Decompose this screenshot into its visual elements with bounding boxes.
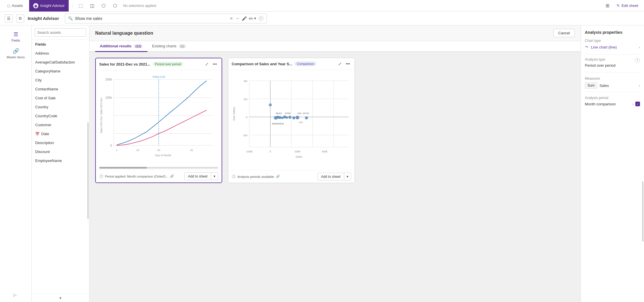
add-to-sheet-main-2[interactable]: Add to sheet (318, 173, 344, 180)
sidebar-collapse-btn[interactable]: |← (11, 290, 20, 300)
svg-text:200k: 200k (295, 150, 301, 153)
tab-assets[interactable]: □ Assets (3, 0, 27, 12)
svg-point-45 (289, 116, 291, 119)
chart-card-2-header: Comparison of Sales and Year S... Compar… (228, 58, 355, 70)
field-address[interactable]: Address (32, 49, 89, 58)
svg-text:60528: 60528 (278, 122, 284, 125)
period-label: Month comparison (585, 102, 631, 106)
lang-selector[interactable]: en ▾ (249, 16, 256, 20)
assets-label: Assets (12, 3, 23, 8)
chart-1-more-btn[interactable]: ••• (211, 61, 218, 67)
field-city[interactable]: City (32, 76, 89, 85)
separator (72, 3, 72, 9)
cancel-btn[interactable]: Cancel (553, 29, 575, 37)
description-label: Description (35, 141, 54, 145)
svg-text:97403: 97403 (285, 112, 291, 115)
add-to-sheet-main-1[interactable]: Add to sheet (185, 173, 211, 180)
scroll-down-indicator[interactable]: ▼ (32, 294, 89, 302)
panel-toggle-2[interactable]: ⧉ (16, 14, 24, 23)
selection-icon-1[interactable]: ⬚ (76, 1, 85, 10)
svg-text:Today (19): Today (19) (152, 75, 165, 78)
sidebar-item-fields[interactable]: ☰ Fields (3, 29, 29, 44)
line-chart-icon: 〜 (585, 44, 589, 50)
svg-text:-2M: -2M (243, 134, 247, 137)
chart-2-actions: ⤢ ••• (337, 61, 351, 67)
analysis-type-help-btn[interactable]: ? (635, 58, 640, 63)
field-contact-name[interactable]: ContactName (32, 85, 89, 94)
svg-text:100k: 100k (105, 96, 112, 99)
svg-text:1: 1 (116, 149, 117, 152)
svg-text:200k: 200k (105, 78, 112, 81)
panel-toggle-1[interactable]: ☰ (5, 14, 13, 23)
search-icon: 🔍 (68, 16, 73, 20)
svg-point-48 (305, 116, 308, 119)
selection-icon-3[interactable]: ⬡ (99, 1, 108, 10)
clock-icon-2: 🕐 (232, 175, 236, 178)
measures-chevron[interactable]: › (639, 83, 640, 88)
chart-2-more-btn[interactable]: ••• (345, 61, 351, 67)
arrow-right-btn[interactable]: → (235, 16, 239, 21)
svg-point-44 (286, 116, 288, 119)
customer-label: Customer (35, 123, 51, 127)
analysis-type-section: Analysis type ? Period over period (585, 57, 640, 68)
field-date[interactable]: 📅 Date (32, 129, 89, 138)
second-bar: ☰ ⧉ Insight Advisor 🔍 ✕ → 🎤 en ▾ ⓘ (0, 12, 644, 25)
svg-text:Sales: Sales (295, 155, 302, 158)
field-employee-name[interactable]: EmployeeName (32, 156, 89, 165)
info-icon[interactable]: ⓘ (259, 16, 264, 21)
chart-type-section: Chart type 〜 Line chart (line) › (585, 39, 640, 50)
right-panel-scrollbar (642, 181, 643, 242)
country-code-label: CountryCode (35, 114, 57, 118)
sidebar-item-fields-label: Fields (12, 39, 20, 42)
field-country-code[interactable]: CountryCode (32, 111, 89, 120)
main-layout: ☰ Fields 🔗 Master items |← Fields Addres… (0, 25, 644, 302)
tab-existing-charts[interactable]: Existing charts (1) (147, 41, 191, 52)
tab-additional-results[interactable]: Additional results (12) (95, 41, 147, 52)
svg-text:2M: 2M (244, 98, 247, 101)
edit-sheet-btn[interactable]: ✎ Edit sheet (614, 2, 641, 9)
add-to-sheet-dropdown-2[interactable]: ▾ (344, 173, 351, 180)
analysis-type-section-title: Analysis type (585, 57, 605, 61)
sidebar-item-master-items-label: Master items (7, 55, 25, 59)
chart-1-expand-btn[interactable]: ⤢ (204, 61, 210, 67)
search-assets-input[interactable] (35, 28, 86, 37)
selection-icon-4[interactable]: ⬡ (111, 1, 120, 10)
svg-text:LU1: LU1 (299, 121, 303, 124)
field-discount[interactable]: Discount (32, 147, 89, 156)
grid-view-btn[interactable]: ⊞ (603, 1, 612, 10)
chart-2-body: 4M 2M 0 -2M -200k 0 200k 400k Year Salar… (228, 70, 355, 170)
field-description[interactable]: Description (32, 138, 89, 147)
measures-field-value: Sales (600, 83, 609, 88)
cost-of-sale-label: Cost of Sale (35, 96, 56, 100)
svg-text:10: 10 (136, 149, 139, 152)
tab-insight-advisor[interactable]: ◉ Insight Advisor (29, 0, 69, 12)
field-average-call[interactable]: AverageCallSatisfaction (32, 58, 89, 67)
date-calendar-icon: 📅 (35, 132, 40, 136)
edit-icon: ✎ (617, 3, 620, 8)
field-customer[interactable]: Customer (32, 120, 89, 129)
average-call-label: AverageCallSatisfaction (35, 60, 75, 64)
add-to-sheet-dropdown-1[interactable]: ▾ (211, 173, 218, 180)
search-input[interactable] (75, 16, 230, 21)
selection-icon-2[interactable]: ◫ (87, 1, 97, 10)
svg-text:D18: D18 (297, 112, 301, 115)
svg-text:31: 31 (190, 149, 193, 152)
measures-row: Sum Sales › (585, 82, 640, 89)
chart-type-row[interactable]: 〜 Line chart (line) › (585, 44, 640, 50)
field-cost-of-sale[interactable]: Cost of Sale (32, 94, 89, 102)
chart-card-1: Sales for 2021-Dec vs 2021... Period ove… (95, 58, 222, 183)
mic-icon[interactable]: 🎤 (242, 16, 247, 21)
field-country[interactable]: Country (32, 102, 89, 111)
svg-text:-200k: -200k (246, 150, 253, 153)
period-chevron[interactable]: › (632, 102, 634, 106)
clear-search-btn[interactable]: ✕ (230, 16, 233, 21)
period-checkbox[interactable]: ✓ (635, 102, 640, 106)
category-name-label: CategoryName (35, 69, 60, 73)
chart-2-expand-btn[interactable]: ⤢ (337, 61, 343, 67)
chart-1-footer: 🕐 Period applied: Month comparison (Orde… (96, 170, 222, 182)
field-category-name[interactable]: CategoryName (32, 67, 89, 76)
svg-text:4M: 4M (244, 79, 247, 83)
chart-1-scrollbar[interactable] (99, 167, 218, 169)
sidebar-item-master-items[interactable]: 🔗 Master items (3, 46, 29, 61)
top-bar-right: ⊞ ✎ Edit sheet (603, 1, 641, 10)
